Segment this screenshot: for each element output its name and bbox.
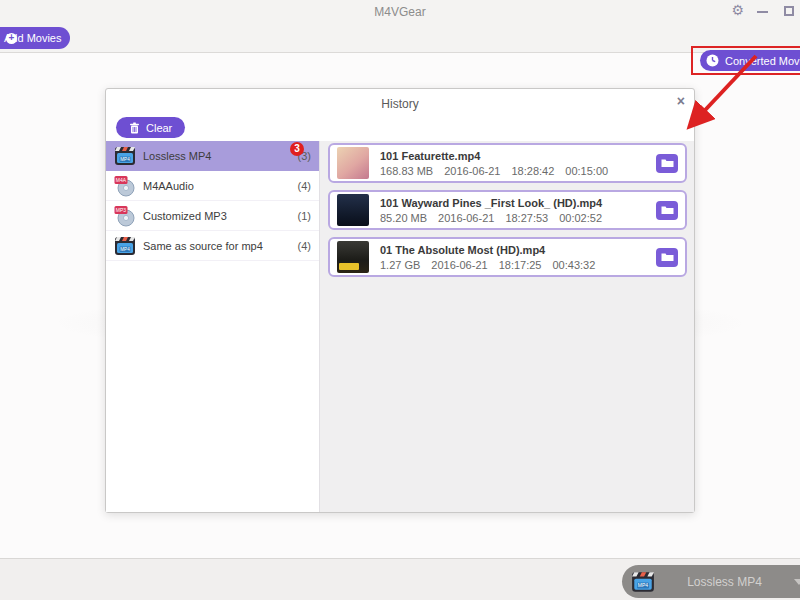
file-size: 85.20 MB [380, 212, 427, 224]
clock-icon [706, 54, 719, 67]
trash-icon [129, 122, 140, 134]
file-info: 01 The Absolute Most (HD).mp4 1.27 GB201… [380, 244, 606, 271]
new-items-badge: 3 [290, 142, 304, 156]
file-duration: 00:43:32 [552, 259, 595, 271]
open-folder-button[interactable] [656, 154, 678, 173]
chevron-down-icon [794, 579, 800, 585]
maximize-icon[interactable] [784, 6, 794, 16]
file-time: 18:17:25 [499, 259, 542, 271]
video-thumbnail [337, 194, 369, 226]
file-duration: 00:15:00 [565, 165, 608, 177]
file-date: 2016-06-21 [431, 259, 487, 271]
toolbar: + Add Movies Converted Movies [0, 22, 800, 53]
clear-button[interactable]: Clear [116, 117, 185, 138]
output-format-dropdown[interactable]: MP4 Lossless MP4 [622, 565, 800, 598]
m4a-disc-icon: M4A [114, 175, 136, 197]
category-label: Same as source for mp4 [143, 240, 298, 252]
add-movies-button[interactable]: + Add Movies [0, 27, 70, 49]
file-meta: 1.27 GB2016-06-2118:17:2500:43:32 [380, 259, 606, 271]
mp4-clapper-icon: MP4 [114, 235, 136, 257]
svg-text:MP4: MP4 [120, 247, 130, 252]
category-lossless-mp4[interactable]: MP4 Lossless MP4 (3) 3 [106, 141, 319, 171]
plus-icon: + [6, 33, 17, 44]
svg-text:MP4: MP4 [120, 157, 130, 162]
history-dialog: History × Clear MP4 [105, 88, 695, 513]
category-customized-mp3[interactable]: MP3 Customized MP3 (1) [106, 201, 319, 231]
category-count: (4) [298, 180, 311, 192]
open-folder-button[interactable] [656, 248, 678, 267]
category-label: M4AAudio [143, 180, 298, 192]
svg-text:M4A: M4A [116, 177, 127, 183]
mp4-clapper-icon: MP4 [631, 570, 655, 594]
mp4-clapper-icon: MP4 [114, 145, 136, 167]
bottom-bar: MP4 Lossless MP4 [0, 558, 800, 600]
close-icon[interactable]: × [677, 93, 685, 109]
category-same-as-source[interactable]: MP4 Same as source for mp4 (4) [106, 231, 319, 261]
file-info: 101 Featurette.mp4 168.83 MB2016-06-2118… [380, 150, 619, 177]
category-m4a-audio[interactable]: M4A M4AAudio (4) [106, 171, 319, 201]
folder-icon [661, 158, 674, 168]
video-thumbnail [337, 241, 369, 273]
file-time: 18:28:42 [511, 165, 554, 177]
clear-label: Clear [146, 122, 172, 134]
svg-text:MP4: MP4 [638, 582, 649, 588]
category-count: (4) [298, 240, 311, 252]
file-meta: 85.20 MB2016-06-2118:27:5300:02:52 [380, 212, 613, 224]
folder-icon [661, 252, 674, 262]
file-info: 101 Wayward Pines _First Look_ (HD).mp4 … [380, 197, 613, 224]
dialog-body: MP4 Lossless MP4 (3) 3 M4A M4AAudio (4) [106, 141, 694, 512]
file-size: 168.83 MB [380, 165, 433, 177]
settings-gear-icon[interactable]: ⚙ [731, 2, 744, 18]
title-bar: M4VGear ⚙ [0, 0, 800, 22]
file-date: 2016-06-21 [444, 165, 500, 177]
file-name: 101 Wayward Pines _First Look_ (HD).mp4 [380, 197, 613, 209]
file-date: 2016-06-21 [438, 212, 494, 224]
file-name: 01 The Absolute Most (HD).mp4 [380, 244, 606, 256]
file-row[interactable]: 01 The Absolute Most (HD).mp4 1.27 GB201… [328, 237, 687, 277]
file-row[interactable]: 101 Featurette.mp4 168.83 MB2016-06-2118… [328, 143, 687, 183]
video-thumbnail [337, 147, 369, 179]
mp3-disc-icon: MP3 [114, 205, 136, 227]
file-meta: 168.83 MB2016-06-2118:28:4200:15:00 [380, 165, 619, 177]
category-list: MP4 Lossless MP4 (3) 3 M4A M4AAudio (4) [106, 141, 319, 512]
file-list: 101 Featurette.mp4 168.83 MB2016-06-2118… [319, 141, 694, 512]
category-count: (1) [298, 210, 311, 222]
file-duration: 00:02:52 [559, 212, 602, 224]
file-time: 18:27:53 [505, 212, 548, 224]
dialog-title: History [106, 97, 694, 111]
file-row[interactable]: 101 Wayward Pines _First Look_ (HD).mp4 … [328, 190, 687, 230]
folder-icon [661, 205, 674, 215]
file-name: 101 Featurette.mp4 [380, 150, 619, 162]
open-folder-button[interactable] [656, 201, 678, 220]
svg-text:MP3: MP3 [116, 207, 127, 213]
converted-movies-button[interactable]: Converted Movies [700, 50, 800, 71]
app-title: M4VGear [0, 5, 800, 19]
file-size: 1.27 GB [380, 259, 420, 271]
category-label: Customized MP3 [143, 210, 298, 222]
output-format-label: Lossless MP4 [655, 575, 794, 589]
m4vgear-window: { "window": { "title": "M4VGear", "setti… [0, 0, 800, 600]
minimize-icon[interactable] [757, 11, 768, 13]
converted-movies-label: Converted Movies [725, 55, 800, 67]
category-label: Lossless MP4 [143, 150, 298, 162]
